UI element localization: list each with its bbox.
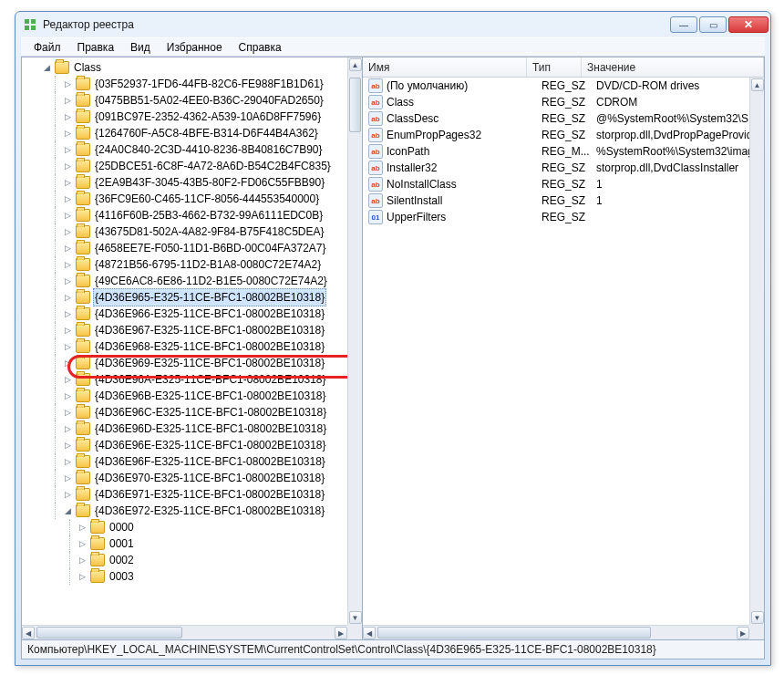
expander-icon[interactable]: ▷ [61, 110, 74, 123]
value-row[interactable]: abIconPathREG_M...%SystemRoot%\System32\… [363, 143, 764, 160]
expander-icon[interactable]: ▷ [61, 406, 74, 419]
expander-icon[interactable]: ▷ [76, 537, 88, 550]
tree-node[interactable]: ▷{4D36E965-E325-11CE-BFC1-08002BE10318} [26, 289, 347, 306]
expander-icon[interactable]: ▷ [61, 94, 74, 107]
tree-node[interactable]: ▷{4D36E966-E325-11CE-BFC1-08002BE10318} [26, 306, 347, 322]
titlebar[interactable]: Редактор реестра — ▭ ✕ [15, 12, 770, 37]
scroll-up-button[interactable]: ▲ [751, 78, 764, 91]
tree-node[interactable]: ▷{48721B56-6795-11D2-B1A8-0080C72E74A2} [26, 256, 347, 273]
tree-node[interactable]: ▷{2EA9B43F-3045-43B5-80F2-FD06C55FBB90} [26, 174, 347, 191]
menu-edit[interactable]: Правка [70, 39, 122, 56]
tree-node[interactable]: ▷{4D36E968-E325-11CE-BFC1-08002BE10318} [26, 338, 347, 355]
tree-node[interactable]: ▷{1264760F-A5C8-4BFE-B314-D6F44B4A362} [26, 125, 347, 141]
scroll-left-button[interactable]: ◀ [22, 627, 35, 639]
scroll-left-button[interactable]: ◀ [363, 627, 376, 639]
expander-icon[interactable]: ▷ [61, 389, 74, 402]
expander-icon[interactable]: ▷ [61, 291, 74, 304]
tree-node-child[interactable]: ▷0003 [26, 568, 347, 585]
value-row[interactable]: 01UpperFiltersREG_SZ [363, 209, 764, 225]
scroll-right-button[interactable]: ▶ [335, 627, 347, 639]
expander-icon[interactable]: ▷ [61, 258, 74, 271]
tree-node[interactable]: ▷{43675D81-502A-4A82-9F84-B75F418C5DEA} [26, 223, 347, 240]
expander-icon[interactable]: ▷ [61, 357, 74, 369]
scroll-thumb-horizontal[interactable] [36, 627, 182, 639]
scroll-right-button[interactable]: ▶ [737, 627, 749, 639]
value-row[interactable]: abSilentInstallREG_SZ1 [363, 192, 764, 209]
tree-node-child[interactable]: ▷0002 [26, 552, 347, 568]
expander-icon[interactable]: ▷ [61, 488, 74, 501]
list-scrollbar-horizontal[interactable]: ◀ ▶ [363, 625, 749, 639]
expander-icon[interactable]: ▷ [61, 455, 74, 468]
tree-node[interactable]: ▷{0475BB51-5A02-4EE0-B36C-29040FAD2650} [26, 92, 347, 109]
tree-scrollbar-horizontal[interactable]: ◀ ▶ [22, 625, 347, 639]
value-row[interactable]: abEnumPropPages32REG_SZstorprop.dll,DvdP… [363, 127, 764, 143]
expander-icon[interactable]: ▷ [61, 324, 74, 337]
tree-node-root[interactable]: ◢Class [26, 59, 347, 76]
scroll-down-button[interactable]: ▼ [349, 611, 362, 624]
tree-node[interactable]: ▷{24A0C840-2C3D-4410-8236-8B40816C7B90} [26, 141, 347, 158]
expander-icon[interactable]: ▷ [61, 78, 74, 90]
tree-node[interactable]: ◢{4D36E972-E325-11CE-BFC1-08002BE10318} [26, 503, 347, 519]
tree-node[interactable]: ▷{4D36E967-E325-11CE-BFC1-08002BE10318} [26, 322, 347, 338]
menu-file[interactable]: Файл [26, 39, 68, 56]
menu-help[interactable]: Справка [232, 39, 289, 56]
minimize-button[interactable]: — [670, 16, 697, 33]
tree-node-child[interactable]: ▷0000 [26, 519, 347, 535]
collapse-icon[interactable]: ◢ [40, 61, 53, 74]
expander-icon[interactable]: ▷ [76, 570, 88, 583]
expander-icon[interactable]: ▷ [61, 340, 74, 353]
value-row[interactable]: abInstaller32REG_SZstorprop.dll,DvdClass… [363, 160, 764, 176]
column-header-value[interactable]: Значение [582, 57, 764, 77]
scroll-thumb-horizontal[interactable] [377, 627, 651, 639]
expander-icon[interactable]: ▷ [61, 209, 74, 222]
scroll-up-button[interactable]: ▲ [349, 58, 362, 71]
expander-icon[interactable]: ▷ [61, 192, 74, 205]
tree-node[interactable]: ▷{4D36E96F-E325-11CE-BFC1-08002BE10318} [26, 453, 347, 470]
value-row[interactable]: abClassDescREG_SZ@%SystemRoot%\System32\… [363, 110, 764, 127]
tree-node[interactable]: ▷{25DBCE51-6C8F-4A72-8A6D-B54C2B4FC835} [26, 158, 347, 174]
expander-icon[interactable]: ▷ [61, 143, 74, 156]
expander-icon[interactable]: ▷ [61, 275, 74, 287]
expander-icon[interactable]: ▷ [61, 422, 74, 435]
column-header-type[interactable]: Тип [527, 57, 582, 77]
close-button[interactable]: ✕ [728, 16, 769, 33]
tree-node[interactable]: ▷{4D36E96C-E325-11CE-BFC1-08002BE10318} [26, 404, 347, 421]
tree-view[interactable]: ◢Class▷{03F52937-1FD6-44FB-82C6-FE988F1B… [22, 57, 347, 625]
column-header-name[interactable]: Имя [363, 57, 527, 77]
values-list[interactable]: ab(По умолчанию)REG_SZDVD/CD-ROM drivesa… [363, 78, 764, 639]
tree-node[interactable]: ▷{03F52937-1FD6-44FB-82C6-FE988F1B1D61} [26, 76, 347, 92]
expander-icon[interactable]: ▷ [61, 373, 74, 386]
tree-node-child[interactable]: ▷0001 [26, 535, 347, 552]
expander-icon[interactable]: ▷ [61, 242, 74, 254]
expander-icon[interactable]: ▷ [61, 307, 74, 320]
tree-scrollbar-vertical[interactable]: ▲ ▼ [347, 57, 362, 625]
menu-view[interactable]: Вид [123, 39, 158, 56]
value-row[interactable]: abNoInstallClassREG_SZ1 [363, 176, 764, 192]
maximize-button[interactable]: ▭ [699, 16, 727, 33]
scroll-down-button[interactable]: ▼ [751, 611, 764, 624]
tree-node[interactable]: ▷{4D36E969-E325-11CE-BFC1-08002BE10318} [26, 355, 347, 371]
tree-node[interactable]: ▷{4116F60B-25B3-4662-B732-99A6111EDC0B} [26, 207, 347, 223]
expander-icon[interactable]: ▷ [76, 554, 88, 566]
expander-icon[interactable]: ▷ [61, 127, 74, 140]
tree-node[interactable]: ▷{4658EE7E-F050-11D1-B6BD-00C04FA372A7} [26, 240, 347, 256]
tree-node[interactable]: ▷{091BC97E-2352-4362-A539-10A6D8FF7596} [26, 109, 347, 125]
menu-favorites[interactable]: Избранное [160, 39, 230, 56]
expander-icon[interactable]: ▷ [61, 225, 74, 238]
expander-icon[interactable]: ◢ [61, 504, 74, 517]
expander-icon[interactable]: ▷ [76, 521, 88, 534]
expander-icon[interactable]: ▷ [61, 176, 74, 189]
tree-node[interactable]: ▷{4D36E970-E325-11CE-BFC1-08002BE10318} [26, 470, 347, 486]
tree-node[interactable]: ▷{4D36E971-E325-11CE-BFC1-08002BE10318} [26, 486, 347, 503]
tree-node[interactable]: ▷{4D36E96D-E325-11CE-BFC1-08002BE10318} [26, 421, 347, 437]
tree-node[interactable]: ▷{4D36E96B-E325-11CE-BFC1-08002BE10318} [26, 388, 347, 404]
tree-node[interactable]: ▷{49CE6AC8-6E86-11D2-B1E5-0080C72E74A2} [26, 273, 347, 289]
value-row[interactable]: abClassREG_SZCDROM [363, 94, 764, 110]
tree-node[interactable]: ▷{36FC9E60-C465-11CF-8056-444553540000} [26, 191, 347, 207]
tree-node[interactable]: ▷{4D36E96E-E325-11CE-BFC1-08002BE10318} [26, 437, 347, 453]
tree-node[interactable]: ▷{4D36E96A-E325-11CE-BFC1-08002BE10318} [26, 371, 347, 388]
value-row[interactable]: ab(По умолчанию)REG_SZDVD/CD-ROM drives [363, 78, 764, 94]
expander-icon[interactable]: ▷ [61, 160, 74, 172]
list-scrollbar-vertical[interactable]: ▲ ▼ [749, 78, 764, 625]
expander-icon[interactable]: ▷ [61, 472, 74, 484]
